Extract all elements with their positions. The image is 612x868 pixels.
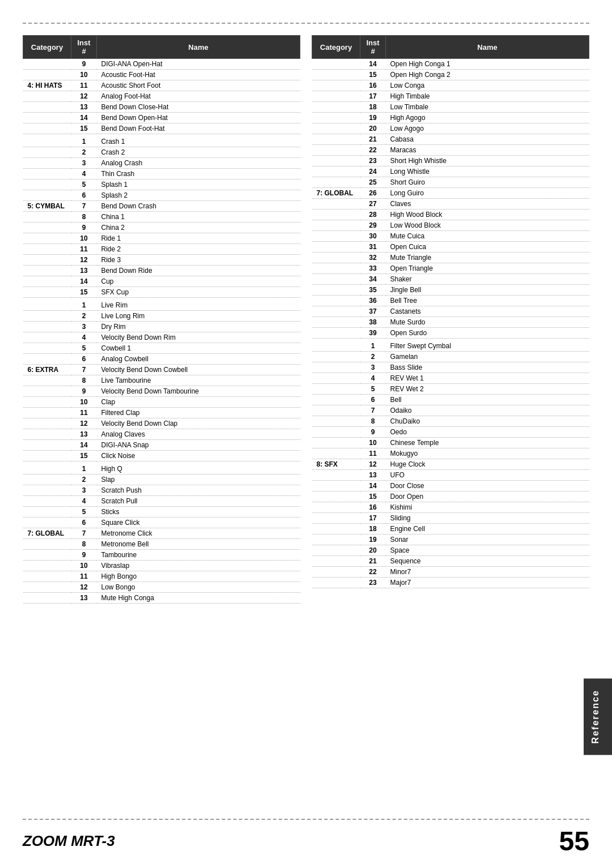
table-row: 15Door Open <box>312 491 589 502</box>
table-row: 5REV Wet 2 <box>312 384 589 395</box>
table-row: 8: SFX12Huge Clock <box>312 459 589 470</box>
category-cell <box>23 582 71 593</box>
name-cell: Space <box>386 545 589 556</box>
table-row: 10Clap <box>23 397 300 408</box>
name-cell: Ride 2 <box>97 244 300 255</box>
table-row: 13Mute High Conga <box>23 593 300 604</box>
category-cell <box>312 91 360 102</box>
inst-cell: 10 <box>71 70 97 80</box>
table-row: 2Live Long Rim <box>23 311 300 322</box>
category-cell <box>312 145 360 156</box>
inst-cell: 11 <box>360 448 386 459</box>
category-cell <box>23 276 71 287</box>
inst-cell: 21 <box>360 134 386 145</box>
category-cell <box>312 427 360 438</box>
name-cell: Click Noise <box>97 451 300 461</box>
table-row: 10Acoustic Foot-Hat <box>23 70 300 80</box>
category-cell <box>312 134 360 145</box>
category-cell <box>23 179 71 190</box>
left-table-container: Category Inst # Name 9DIGI-ANA Open-Hat1… <box>23 35 300 807</box>
category-cell <box>312 513 360 524</box>
inst-cell: 22 <box>360 567 386 578</box>
category-cell <box>312 156 360 166</box>
table-row: 20Low Agogo <box>312 123 589 134</box>
category-cell <box>23 518 71 528</box>
name-cell: China 2 <box>97 223 300 233</box>
table-row: 4Thin Crash <box>23 169 300 179</box>
table-row: 21Cabasa <box>312 134 589 145</box>
table-row: 12Low Bongo <box>23 582 300 593</box>
name-cell: Splash 1 <box>97 179 300 190</box>
inst-cell: 10 <box>71 233 97 244</box>
name-cell: Gamelan <box>386 352 589 362</box>
name-cell: Mute Triangle <box>386 253 589 263</box>
inst-cell: 12 <box>71 255 97 266</box>
name-cell: High Wood Block <box>386 209 589 220</box>
name-cell: Analog Cowbell <box>97 354 300 365</box>
page-wrapper: Category Inst # Name 9DIGI-ANA Open-Hat1… <box>0 0 612 868</box>
name-cell: Bend Down Crash <box>97 201 300 212</box>
table-row: 39Open Surdo <box>312 328 589 339</box>
category-cell <box>312 341 360 352</box>
inst-cell: 12 <box>71 418 97 429</box>
category-cell <box>23 429 71 440</box>
inst-cell: 8 <box>71 212 97 223</box>
table-row: 11Mokugyo <box>312 448 589 459</box>
name-cell: Maracas <box>386 145 589 156</box>
name-cell: Sliding <box>386 513 589 524</box>
inst-cell: 9 <box>71 386 97 397</box>
inst-cell: 33 <box>360 263 386 274</box>
name-cell: Acoustic Foot-Hat <box>97 70 300 80</box>
category-cell <box>312 209 360 220</box>
inst-cell: 26 <box>360 188 386 199</box>
name-cell: REV Wet 2 <box>386 384 589 395</box>
table-row: 23Short High Whistle <box>312 156 589 166</box>
inst-cell: 18 <box>360 102 386 113</box>
category-cell <box>23 287 71 298</box>
inst-cell: 13 <box>71 266 97 276</box>
table-row: 23Major7 <box>312 578 589 588</box>
table-row: 4: HI HATS11Acoustic Short Foot <box>23 80 300 91</box>
table-row: 9Tambourine <box>23 550 300 561</box>
footer-model: ZOOM MRT-3 <box>23 832 115 850</box>
inst-cell: 11 <box>71 80 97 91</box>
inst-cell: 19 <box>360 535 386 545</box>
name-cell: Bend Down Foot-Hat <box>97 123 300 134</box>
table-row: 13Bend Down Ride <box>23 266 300 276</box>
name-cell: Cowbell 1 <box>97 343 300 354</box>
inst-cell: 7 <box>360 405 386 416</box>
category-cell <box>23 212 71 223</box>
name-cell: Tambourine <box>97 550 300 561</box>
inst-cell: 3 <box>71 322 97 332</box>
inst-cell: 18 <box>360 524 386 535</box>
inst-cell: 2 <box>71 311 97 322</box>
category-cell <box>312 102 360 113</box>
table-row: 33Open Triangle <box>312 263 589 274</box>
name-cell: Square Click <box>97 518 300 528</box>
name-cell: Major7 <box>386 578 589 588</box>
name-cell: Bell Tree <box>386 296 589 306</box>
category-cell <box>23 496 71 507</box>
inst-cell: 15 <box>360 491 386 502</box>
inst-cell: 16 <box>360 502 386 513</box>
table-row: 14Door Close <box>312 481 589 491</box>
right-header-inst: Inst # <box>360 36 386 59</box>
right-table-container: Category Inst # Name 14Open High Conga 1… <box>312 35 589 807</box>
table-row: 1High Q <box>23 464 300 474</box>
inst-cell: 16 <box>360 80 386 91</box>
name-cell: Short Guiro <box>386 177 589 188</box>
inst-cell: 5 <box>71 343 97 354</box>
category-cell <box>23 507 71 518</box>
inst-cell: 7 <box>71 365 97 375</box>
inst-cell: 21 <box>360 556 386 567</box>
name-cell: Bend Down Ride <box>97 266 300 276</box>
inst-cell: 12 <box>71 91 97 102</box>
category-cell <box>23 70 71 80</box>
category-cell <box>312 416 360 427</box>
inst-cell: 9 <box>71 59 97 70</box>
category-cell <box>312 502 360 513</box>
category-cell <box>23 375 71 386</box>
table-row: 29Low Wood Block <box>312 220 589 231</box>
inst-cell: 38 <box>360 317 386 328</box>
category-cell <box>23 255 71 266</box>
